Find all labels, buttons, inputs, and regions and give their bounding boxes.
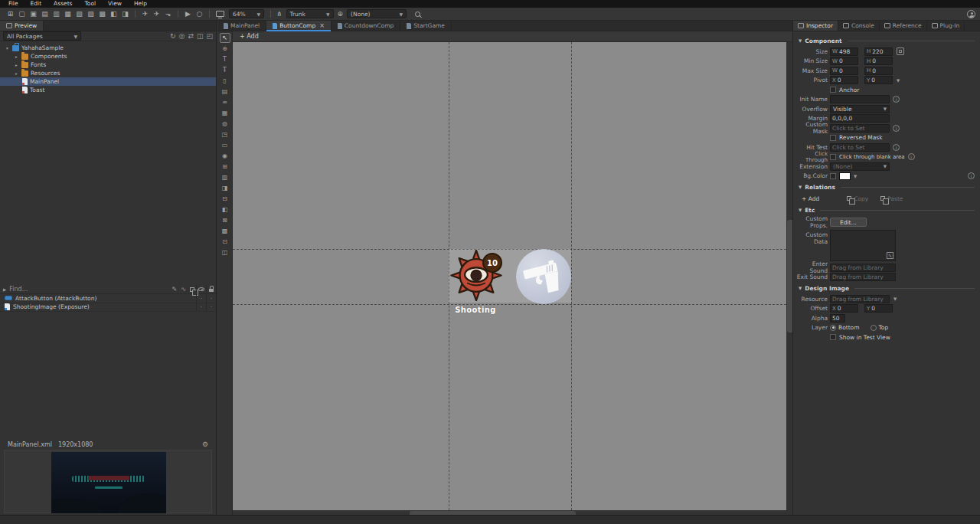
image-resource-icon[interactable]: ▤ [39,9,51,19]
swap-icon[interactable]: ⇄ [188,32,194,40]
rect-tool[interactable]: ▭ [220,140,230,150]
edit-custom-props-button[interactable]: Edit... [830,218,867,227]
richtext-tool[interactable]: Ŧ [220,65,230,75]
max-h-input[interactable]: H [864,67,893,75]
tree-item[interactable]: Toast [0,86,216,94]
button-tool[interactable]: ◉ [220,151,230,161]
refresh-icon[interactable]: ↻ [170,32,176,40]
tree-expand-arrow[interactable]: ▸ [14,63,19,67]
add-relation-button[interactable]: + Add [802,195,819,202]
anchor-checkbox[interactable] [830,87,836,93]
preview-tab[interactable]: Preview [0,21,44,31]
tree-item[interactable]: MainPanel [0,77,216,86]
tree-item[interactable]: ▸ Components [0,52,216,61]
tree-expand-arrow[interactable]: ▾ [5,46,10,51]
editor-tab[interactable]: CountdownComp [332,21,400,31]
inspector-tab[interactable]: Reference [880,21,927,31]
gear-icon[interactable]: ⚙ [202,440,208,448]
pivot-preset-dropdown[interactable]: ▼ [897,78,900,83]
hit-test-input[interactable] [830,143,890,152]
slider-tool[interactable]: ⊟ [220,194,230,204]
lock-toggle[interactable]: · [206,303,216,312]
save-icon[interactable]: ◧ [108,9,119,19]
chevron-down-icon[interactable]: ▼ [854,174,857,178]
info-icon[interactable] [908,153,915,160]
find-label[interactable]: Find... [9,286,28,293]
menu-item[interactable]: Help [128,0,153,8]
menu-item[interactable]: Edit [24,0,48,8]
publish-icon[interactable]: ✈ [139,9,151,19]
editor-tab[interactable]: StartGame [400,21,452,31]
size-h-input[interactable]: H [864,47,893,56]
edit-icon[interactable]: ✎ [887,252,893,259]
movieclip-tool[interactable]: ▦ [220,108,230,118]
group-view-icon[interactable]: ◰ [206,32,213,40]
curve-icon[interactable]: ∿ [181,286,186,293]
expand-arrow-icon[interactable]: ▶ [3,287,6,292]
tree-item[interactable]: ▸ Fonts [0,61,216,69]
table-tool[interactable]: ⊡ [220,237,230,247]
margin-input[interactable] [830,114,890,123]
edit-icon[interactable]: ✎ [172,286,178,293]
etc-section-header[interactable]: ▼ Etc [799,205,975,215]
tree-expand-arrow[interactable]: ▸ [14,71,19,76]
scrollbar-tool[interactable]: ◧ [220,205,230,215]
list-tool[interactable]: ≡ [220,97,230,107]
combobox-tool[interactable]: ⊠ [220,215,230,225]
design-canvas[interactable]: 10 Shooting [233,42,786,510]
custom-data-textarea[interactable]: ✎ [830,230,896,261]
custom-mask-input[interactable] [830,124,890,133]
loop-icon[interactable]: ○ [194,9,205,19]
toolbar-icon[interactable] [209,10,210,18]
layer-top-radio[interactable] [871,325,877,331]
layer-bottom-radio[interactable] [830,325,836,331]
pan-tool[interactable]: ⊕ [220,44,230,54]
exit-sound-input[interactable] [830,273,896,281]
info-icon[interactable] [893,144,900,151]
pivot-x-input[interactable]: X [830,76,858,84]
language-select[interactable]: (None)▼ [347,9,407,18]
copy-icon[interactable] [190,287,194,292]
visibility-toggle[interactable]: · [196,294,206,303]
loader-tool[interactable]: ◳ [220,129,230,139]
pivot-y-input[interactable]: Y [864,76,893,84]
close-icon[interactable]: × [319,22,325,29]
click-through-checkbox[interactable] [830,154,836,160]
open-package-icon[interactable]: ▣ [28,9,39,19]
text-resource-icon[interactable]: ▨ [85,9,96,19]
init-name-input[interactable] [830,95,890,103]
editor-tab[interactable]: ButtonComp × [266,21,332,31]
info-icon[interactable] [893,96,900,103]
min-h-input[interactable]: H [864,57,893,65]
user-account-icon[interactable] [967,10,975,18]
visibility-column-header[interactable] [196,285,206,293]
chevron-down-icon[interactable]: ▼ [893,296,897,301]
bg-color-checkbox[interactable] [830,173,836,179]
text-tool[interactable]: T [220,54,230,64]
copy-relations-button[interactable]: Copy [847,195,868,202]
global-search-icon[interactable] [415,11,420,17]
editor-tab[interactable]: MainPanel [217,21,266,31]
zoom-select[interactable]: 64%▼ [229,9,264,18]
overflow-select[interactable]: Visible▼ [830,105,890,113]
save-all-icon[interactable]: ◨ [119,9,131,19]
toolbar-icon[interactable] [178,10,178,18]
package-filter-select[interactable]: All Packages▼ [3,31,81,41]
resource-input[interactable] [830,295,890,303]
relations-section-header[interactable]: ▼ Relations [799,182,975,192]
menu-item[interactable]: Assets [47,0,78,8]
info-icon[interactable] [968,172,975,179]
image-tool[interactable]: ▤ [220,87,230,97]
inspector-tab[interactable]: Plug-In [927,21,965,31]
component-section-header[interactable]: ▼ Component [799,36,975,45]
hierarchy-row[interactable]: AttackButton (AttackButton) · · [0,294,216,303]
lock-toggle[interactable]: · [206,294,216,303]
sound-resource-icon[interactable]: ▦ [62,9,74,19]
component-tool[interactable]: ⊞ [220,162,230,172]
menu-item[interactable]: Tool [79,0,103,8]
font-resource-icon[interactable]: ▧ [74,9,85,19]
preview-monitor-icon[interactable] [216,11,224,17]
extension-select[interactable]: (None)▼ [830,162,890,171]
bg-color-swatch[interactable] [839,172,851,180]
menu-item[interactable]: View [102,0,128,8]
